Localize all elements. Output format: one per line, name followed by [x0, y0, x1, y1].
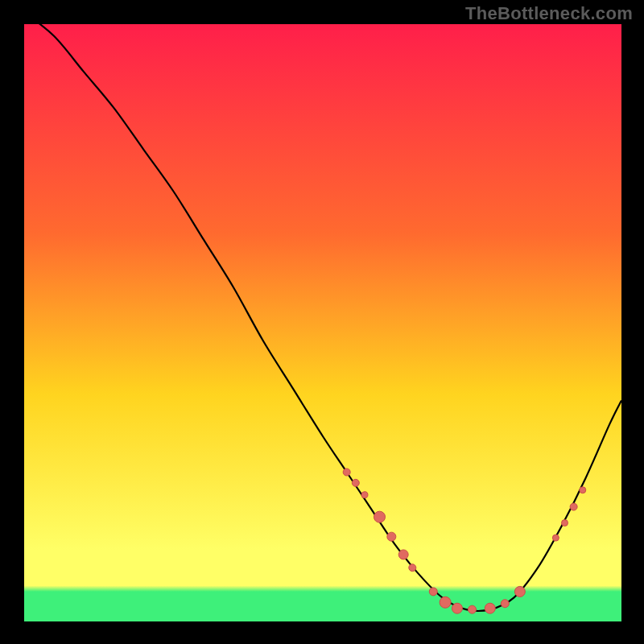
curve-marker	[352, 479, 359, 486]
curve-marker	[361, 492, 368, 498]
chart-frame: TheBottleneck.com	[0, 0, 644, 644]
curve-marker	[501, 600, 509, 608]
curve-marker	[485, 603, 495, 613]
curve-marker	[374, 511, 385, 522]
marker-group	[343, 469, 586, 613]
plot-area	[24, 24, 621, 621]
curve-marker	[452, 603, 462, 613]
curve-marker	[562, 520, 568, 526]
curve-marker	[409, 564, 416, 572]
curve-marker	[343, 469, 350, 476]
watermark-text: TheBottleneck.com	[465, 3, 633, 24]
curve-marker	[387, 532, 396, 541]
curve-marker	[580, 487, 586, 493]
curve-marker	[440, 597, 451, 608]
bottleneck-curve	[24, 24, 621, 611]
curve-marker	[514, 586, 525, 597]
curve-marker	[552, 535, 559, 541]
curve-marker	[469, 605, 477, 613]
curve-marker	[570, 503, 577, 510]
curve-marker	[429, 588, 437, 596]
curve-layer	[24, 24, 621, 621]
curve-marker	[398, 550, 408, 559]
